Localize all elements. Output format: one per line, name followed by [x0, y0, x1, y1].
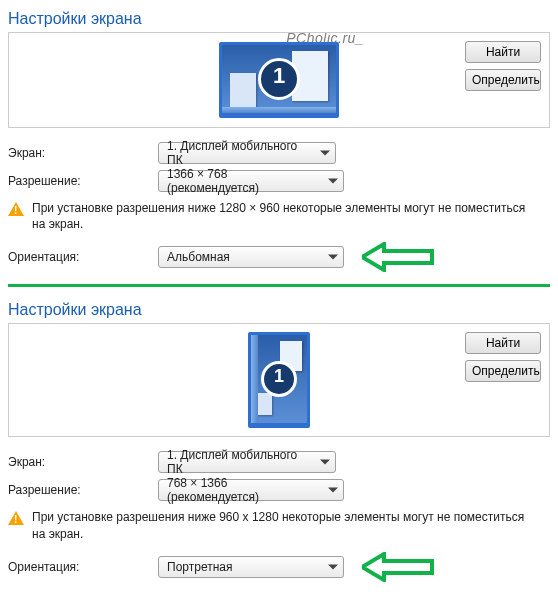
panel-title-top: Настройки экрана	[8, 10, 550, 28]
resolution-label: Разрешение:	[8, 174, 158, 188]
chevron-down-icon	[328, 488, 338, 493]
warning-text: При установке разрешения ниже 1280 × 960…	[32, 200, 540, 232]
divider	[8, 284, 550, 287]
warning-icon	[8, 202, 24, 216]
orientation-select[interactable]: Портретная	[158, 556, 344, 578]
resolution-select-value: 768 × 1366 (рекомендуется)	[167, 476, 319, 504]
resolution-select[interactable]: 1366 × 768 (рекомендуется)	[158, 170, 344, 192]
chevron-down-icon	[320, 151, 330, 156]
monitor-icon[interactable]: 1	[219, 42, 339, 118]
monitor-number: 1	[258, 58, 300, 100]
warning-icon	[8, 511, 24, 525]
screen-label: Экран:	[8, 146, 158, 160]
screen-select-value: 1. Дисплей мобильного ПК	[167, 448, 311, 476]
orientation-select-value: Альбомная	[167, 250, 230, 264]
highlight-arrow-icon	[362, 242, 434, 272]
svg-marker-1	[362, 554, 432, 580]
find-button[interactable]: Найти	[465, 41, 541, 63]
monitor-icon[interactable]: 1	[248, 332, 310, 428]
chevron-down-icon	[328, 564, 338, 569]
identify-button[interactable]: Определить	[465, 69, 541, 91]
svg-marker-0	[362, 244, 432, 270]
orientation-select[interactable]: Альбомная	[158, 246, 344, 268]
chevron-down-icon	[328, 179, 338, 184]
screen-select[interactable]: 1. Дисплей мобильного ПК	[158, 142, 336, 164]
screen-select-value: 1. Дисплей мобильного ПК	[167, 139, 311, 167]
warning-text: При установке разрешения ниже 960 x 1280…	[32, 509, 540, 541]
display-preview-top: 1 Найти Определить	[8, 32, 550, 128]
orientation-select-value: Портретная	[167, 560, 232, 574]
screen-label: Экран:	[8, 455, 158, 469]
chevron-down-icon	[328, 255, 338, 260]
chevron-down-icon	[320, 460, 330, 465]
find-button[interactable]: Найти	[465, 332, 541, 354]
monitor-number: 1	[261, 361, 297, 397]
resolution-select[interactable]: 768 × 1366 (рекомендуется)	[158, 479, 344, 501]
screen-select[interactable]: 1. Дисплей мобильного ПК	[158, 451, 336, 473]
orientation-label: Ориентация:	[8, 560, 158, 574]
orientation-label: Ориентация:	[8, 250, 158, 264]
resolution-select-value: 1366 × 768 (рекомендуется)	[167, 167, 319, 195]
display-preview-bottom: 1 Найти Определить	[8, 323, 550, 437]
panel-title-bottom: Настройки экрана	[8, 301, 550, 319]
identify-button[interactable]: Определить	[465, 360, 541, 382]
highlight-arrow-icon	[362, 552, 434, 582]
resolution-label: Разрешение:	[8, 483, 158, 497]
